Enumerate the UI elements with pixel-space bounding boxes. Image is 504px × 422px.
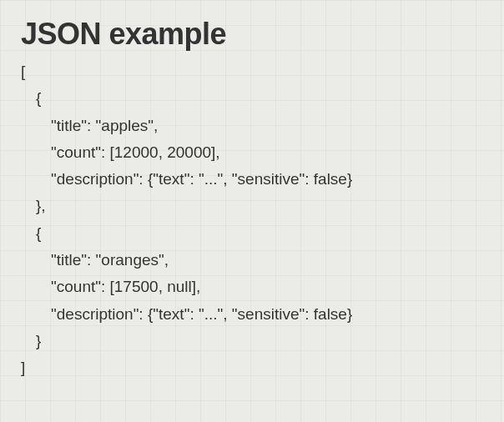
code-line: [ [21, 58, 483, 85]
code-line: "description": {"text": "...", "sensitiv… [21, 301, 483, 328]
code-line: { [21, 85, 483, 112]
code-line: "count": [17500, null], [21, 274, 483, 300]
code-line: ] [21, 354, 483, 381]
code-line: }, [21, 193, 483, 219]
code-line: "title": "oranges", [21, 247, 483, 274]
code-line: { [21, 220, 483, 247]
page-title: JSON example [21, 17, 483, 52]
code-line: "title": "apples", [21, 113, 483, 139]
json-code-block: [ { "title": "apples", "count": [12000, … [21, 58, 483, 382]
code-line: } [21, 328, 483, 354]
code-line: "count": [12000, 20000], [21, 139, 483, 166]
code-line: "description": {"text": "...", "sensitiv… [21, 166, 483, 193]
